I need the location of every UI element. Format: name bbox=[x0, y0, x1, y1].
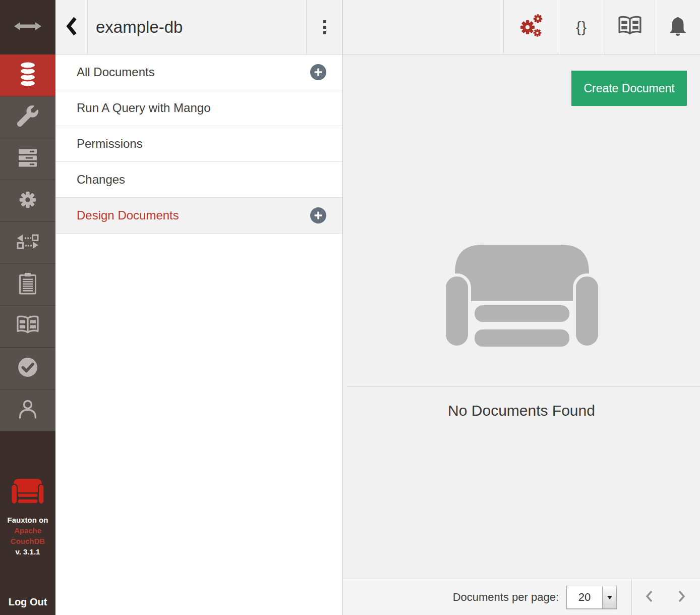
kebab-icon bbox=[323, 20, 326, 23]
clipboard-icon bbox=[19, 272, 37, 297]
app-sidebar: Fauxton on Apache CouchDB v. 3.1.1 Log O… bbox=[0, 0, 55, 615]
sidebar-item-clipboard[interactable] bbox=[0, 264, 55, 306]
pagination-footer: Documents per page: 20 bbox=[343, 579, 700, 615]
sidebar-footer: Fauxton on Apache CouchDB v. 3.1.1 Log O… bbox=[0, 431, 55, 615]
main-topbar: {} bbox=[343, 0, 700, 54]
braces-icon: {} bbox=[576, 19, 587, 36]
json-button[interactable]: {} bbox=[558, 0, 605, 54]
menu-item-design-documents[interactable]: Design Documents bbox=[55, 198, 342, 234]
chevron-right-icon bbox=[677, 589, 687, 605]
version-label: v. 3.1.1 bbox=[0, 546, 55, 557]
couchdb-label: CouchDB bbox=[0, 536, 55, 546]
menu-item-changes[interactable]: Changes bbox=[55, 162, 342, 198]
empty-state-text: No Documents Found bbox=[343, 402, 700, 419]
gears-icon bbox=[517, 12, 545, 42]
sidebar-item-active-tasks[interactable] bbox=[0, 138, 55, 180]
caret-down-icon bbox=[607, 596, 612, 599]
documents-panel: {} Create Document bbox=[343, 0, 700, 615]
kebab-icon bbox=[323, 26, 326, 29]
per-page-label: Documents per page: bbox=[453, 579, 559, 615]
next-page-button[interactable] bbox=[672, 588, 691, 606]
chevron-left-icon bbox=[66, 17, 78, 38]
content-divider bbox=[347, 386, 700, 386]
menu-item-label: All Documents bbox=[77, 65, 155, 79]
notifications-button[interactable] bbox=[655, 0, 700, 54]
logout-button[interactable]: Log Out bbox=[0, 596, 55, 608]
replication-icon bbox=[17, 234, 39, 251]
empty-couch-illustration bbox=[443, 245, 601, 349]
fauxton-label: Fauxton on bbox=[0, 515, 55, 525]
sidebar-item-documentation[interactable] bbox=[0, 306, 55, 348]
select-dropdown-button[interactable] bbox=[602, 586, 616, 608]
menu-item-mango-query[interactable]: Run A Query with Mango bbox=[55, 90, 342, 126]
sidebar-collapse-button[interactable] bbox=[0, 0, 55, 54]
create-document-button[interactable]: Create Document bbox=[571, 71, 687, 106]
book-icon bbox=[618, 16, 642, 39]
chevron-left-icon bbox=[644, 589, 654, 605]
database-title: example-db bbox=[96, 0, 183, 54]
gear-icon bbox=[17, 189, 38, 212]
sidebar-item-account[interactable] bbox=[0, 389, 55, 431]
back-button[interactable] bbox=[55, 0, 87, 54]
apache-label: Apache bbox=[0, 525, 55, 536]
per-page-value: 20 bbox=[567, 586, 602, 608]
menu-item-all-documents[interactable]: All Documents bbox=[55, 54, 342, 90]
double-arrow-icon bbox=[14, 21, 42, 34]
kebab-icon bbox=[323, 31, 326, 34]
database-header: example-db bbox=[55, 0, 342, 54]
documentation-button[interactable] bbox=[605, 0, 655, 54]
menu-item-permissions[interactable]: Permissions bbox=[55, 126, 342, 162]
sidebar-item-setup[interactable] bbox=[0, 96, 55, 138]
menu-item-label: Run A Query with Mango bbox=[77, 101, 210, 115]
wrench-icon bbox=[17, 105, 38, 129]
menu-item-label: Changes bbox=[77, 173, 125, 187]
menu-item-label: Permissions bbox=[77, 137, 143, 151]
add-document-button[interactable] bbox=[310, 64, 326, 80]
server-stack-icon bbox=[18, 148, 38, 170]
sidebar-item-configuration[interactable] bbox=[0, 180, 55, 222]
database-icon bbox=[16, 61, 39, 89]
book-icon bbox=[16, 315, 39, 338]
bell-icon bbox=[667, 15, 688, 39]
database-menu-panel: example-db All Documents Run A Query wit… bbox=[55, 0, 343, 615]
per-page-select[interactable]: 20 bbox=[566, 586, 617, 609]
sidebar-item-replication[interactable] bbox=[0, 222, 55, 264]
add-design-document-button[interactable] bbox=[310, 207, 326, 223]
previous-page-button[interactable] bbox=[639, 588, 659, 606]
user-icon bbox=[18, 399, 38, 422]
menu-item-label: Design Documents bbox=[77, 208, 179, 222]
sidebar-item-databases[interactable] bbox=[0, 54, 55, 96]
header-divider bbox=[87, 0, 88, 54]
api-options-button[interactable] bbox=[503, 0, 558, 54]
sidebar-item-verify[interactable] bbox=[0, 348, 55, 389]
footer-divider bbox=[631, 579, 632, 615]
couchdb-logo-icon bbox=[11, 478, 44, 507]
check-circle-icon bbox=[17, 357, 38, 380]
database-options-button[interactable] bbox=[306, 0, 343, 54]
